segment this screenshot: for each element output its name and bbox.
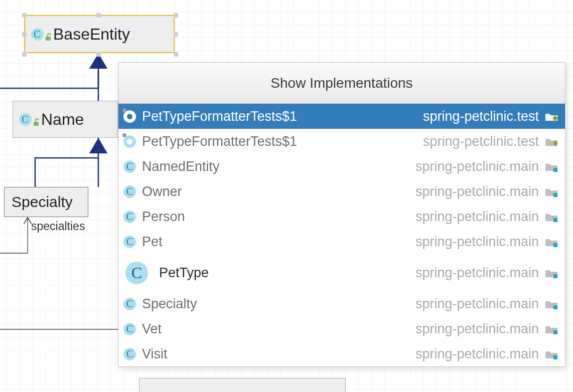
implementation-item[interactable]: CPetTypespring-petclinic.main [118,254,565,291]
item-name: Owner [142,184,182,200]
selection-handle[interactable] [174,52,178,57]
item-module: spring-petclinic.test [423,134,539,149]
svg-rect-13 [553,305,557,309]
implementation-item[interactable]: PetTypeFormatterTests$1spring-petclinic.… [118,129,565,154]
class-icon: C [123,236,136,248]
class-icon: C [17,111,33,127]
uml-canvas[interactable]: C BaseEntity C Name Specialty specialtie… [0,0,573,392]
implementation-item[interactable]: CVetspring-petclinic.main [118,316,565,341]
svg-rect-10 [553,218,557,222]
item-module: spring-petclinic.test [423,109,539,124]
item-name: Pet [142,234,163,250]
test-sources-icon [544,111,559,122]
class-icon: C [29,26,45,42]
item-name: Specialty [142,296,197,312]
svg-rect-6 [46,37,51,41]
selection-handle[interactable] [22,32,27,37]
item-module: spring-petclinic.main [415,159,539,174]
sources-icon [544,161,559,172]
anonymous-class-icon [123,135,136,148]
implementation-item[interactable]: CNamedEntityspring-petclinic.main [118,154,565,179]
svg-rect-7 [34,122,39,126]
class-node-baseentity[interactable]: C BaseEntity [24,15,175,53]
class-icon: C [123,323,136,335]
item-name: PetTypeFormatterTests$1 [142,109,297,124]
selection-handle[interactable] [174,13,178,18]
item-module: spring-petclinic.main [415,184,539,200]
svg-rect-15 [553,355,557,359]
implementations-popup: Show Implementations PetTypeFormatterTes… [118,62,565,367]
selection-handle[interactable] [96,52,101,57]
class-node-specialty[interactable]: Specialty [4,187,88,217]
implementation-item[interactable]: CVisitspring-petclinic.main [118,341,565,366]
sources-icon [544,186,559,197]
implementation-item[interactable]: CPersonspring-petclinic.main [118,204,565,229]
class-icon: C [123,211,136,223]
implementation-item[interactable]: CPetspring-petclinic.main [118,229,565,254]
unlock-icon [33,113,40,130]
svg-rect-8 [553,168,557,172]
item-module: spring-petclinic.main [415,346,539,362]
item-name: NamedEntity [142,159,220,174]
sources-icon [544,298,559,309]
svg-rect-12 [553,274,557,278]
selection-handle[interactable] [96,13,101,18]
class-icon: C [123,348,136,360]
test-sources-icon [544,136,559,147]
svg-rect-11 [553,243,557,247]
svg-rect-14 [553,330,557,334]
anonymous-class-icon [123,110,136,123]
class-label: Specialty [12,193,73,211]
implementation-item[interactable]: COwnerspring-petclinic.main [118,179,565,204]
sources-icon [544,348,559,359]
sources-icon [544,211,559,222]
item-module: spring-petclinic.main [415,321,539,337]
sources-icon [544,236,559,247]
item-name: PetTypeFormatterTests$1 [142,134,297,149]
selection-handle[interactable] [22,52,27,57]
svg-rect-9 [553,193,557,197]
class-node-namedentity[interactable]: C Name [13,101,118,138]
implementation-item[interactable]: CSpecialtyspring-petclinic.main [118,291,565,316]
item-module: spring-petclinic.main [415,296,539,312]
selection-handle[interactable] [22,13,27,18]
class-icon: C [123,160,136,173]
item-name: Person [142,209,185,225]
class-label: Name [41,110,84,129]
class-label: BaseEntity [53,25,130,44]
item-name: Vet [142,321,162,337]
class-icon: C [125,262,148,284]
implementations-list: PetTypeFormatterTests$1spring-petclinic.… [118,104,565,366]
class-node-partial[interactable] [139,378,346,392]
selection-handle[interactable] [174,32,178,37]
popup-title: Show Implementations [118,63,565,104]
item-module: spring-petclinic.main [415,209,539,225]
class-icon: C [123,185,136,198]
sources-icon [544,323,559,334]
item-module: spring-petclinic.main [415,234,539,250]
item-module: spring-petclinic.main [415,265,539,281]
class-icon: C [123,298,136,310]
item-name: Visit [142,346,168,362]
edge-label-specialties: specialties [31,220,85,233]
sources-icon [544,267,559,278]
unlock-icon [45,28,52,45]
item-name: PetType [159,265,209,281]
implementation-item[interactable]: PetTypeFormatterTests$1spring-petclinic.… [118,104,565,129]
